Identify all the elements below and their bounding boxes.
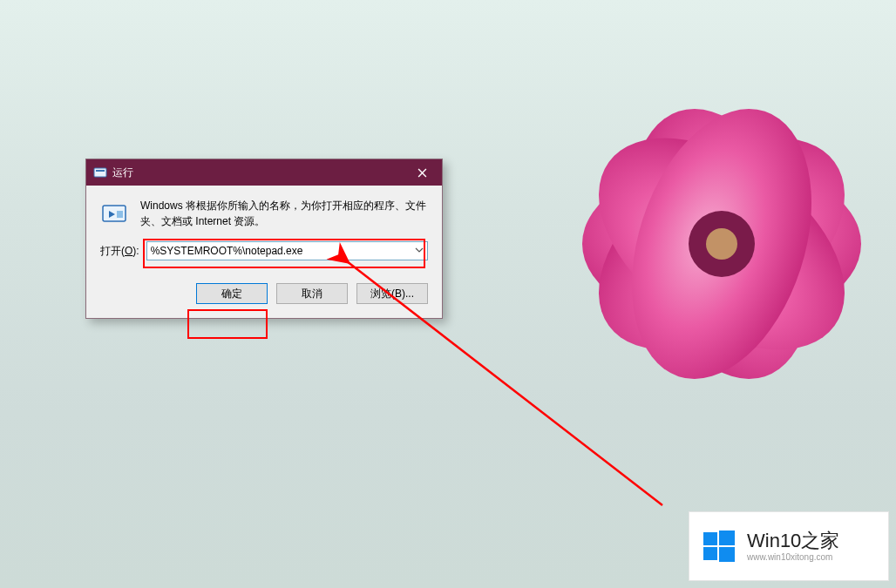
run-icon	[100, 199, 130, 229]
run-dialog: 运行 Windows 将根据你所输入的名称，为你打开相应的程序、文件夹、文档或 …	[85, 159, 443, 319]
watermark-url: www.win10xitong.com	[747, 552, 839, 562]
flower-decoration	[460, 17, 896, 470]
svg-point-4	[600, 85, 844, 402]
button-bar: 确定 取消 浏览(B)...	[86, 273, 442, 318]
dialog-title: 运行	[112, 166, 402, 180]
svg-point-1	[600, 85, 844, 402]
svg-point-6	[706, 228, 737, 260]
close-icon	[417, 168, 427, 178]
svg-rect-15	[703, 547, 717, 560]
browse-button[interactable]: 浏览(B)...	[356, 283, 428, 304]
cancel-button[interactable]: 取消	[276, 283, 348, 304]
svg-rect-14	[719, 531, 735, 545]
titlebar[interactable]: 运行	[86, 159, 442, 186]
open-label: 打开(O):	[100, 244, 139, 259]
open-combobox[interactable]	[146, 241, 428, 260]
close-button[interactable]	[402, 159, 442, 186]
ok-button[interactable]: 确定	[196, 283, 268, 304]
windows-logo-icon	[702, 529, 736, 564]
open-input[interactable]	[146, 241, 428, 260]
svg-point-5	[689, 211, 755, 277]
desktop-background: 运行 Windows 将根据你所输入的名称，为你打开相应的程序、文件夹、文档或 …	[0, 0, 896, 588]
svg-point-2	[560, 95, 884, 393]
dialog-message: Windows 将根据你所输入的名称，为你打开相应的程序、文件夹、文档或 Int…	[140, 198, 428, 229]
svg-point-3	[560, 95, 884, 393]
svg-rect-8	[96, 170, 105, 172]
svg-rect-11	[117, 211, 123, 218]
watermark: Win10之家 www.win10xitong.com	[689, 511, 889, 581]
svg-rect-16	[719, 547, 735, 562]
svg-rect-13	[703, 532, 717, 545]
svg-rect-7	[94, 168, 106, 177]
run-sys-icon	[93, 166, 107, 179]
watermark-title: Win10之家	[747, 531, 839, 551]
svg-point-0	[582, 161, 861, 327]
